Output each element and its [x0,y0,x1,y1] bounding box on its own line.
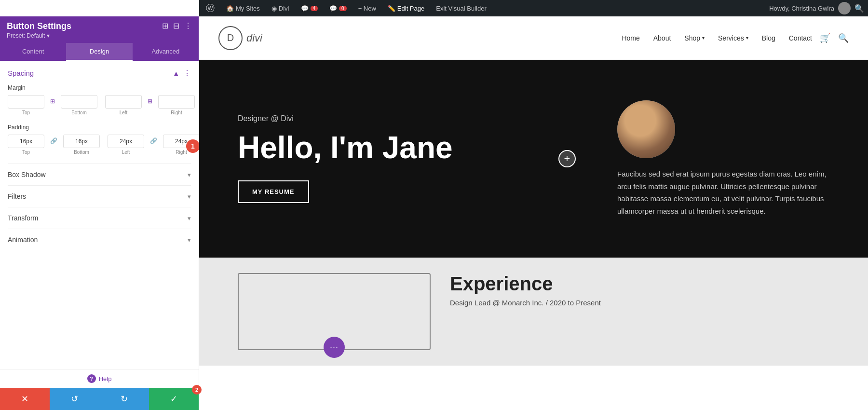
filters-header[interactable]: Filters ▾ [8,192,191,200]
search-icon[interactable]: 🔍 [854,4,864,13]
padding-inputs: Top 🔗 Bottom Left 🔗 [8,135,191,155]
nav-blog[interactable]: Blog [762,34,775,42]
search-nav-icon[interactable]: 🔍 [838,33,849,43]
edit-page-btn[interactable]: ✏️ Edit Page [385,0,427,16]
redo-button[interactable]: ↻ [99,388,149,410]
cart-icon[interactable]: 🛒 [820,33,830,43]
nav-home[interactable]: Home [622,34,639,42]
save-badge: 2 [192,385,202,395]
pencil-icon: ✏️ [388,5,395,12]
box-shadow-section: Box Shadow ▾ [8,164,191,185]
tab-content[interactable]: Content [0,43,66,61]
panel-preset[interactable]: Preset: Default ▾ [7,32,162,39]
divi-menu[interactable]: ◉ Divi [269,0,292,16]
padding-bottom-group: Bottom [63,135,100,155]
comments-zero[interactable]: 💬 0 [326,0,350,16]
divi-icon: ◉ [271,5,277,12]
panel-title: Button Settings [7,21,162,31]
cancel-button[interactable]: ✕ [0,388,50,410]
transform-title: Transform [8,214,38,222]
undo-button[interactable]: ↺ [50,388,99,410]
padding-bottom-label: Bottom [74,150,89,155]
wp-logo[interactable]: ⓦ [203,0,217,16]
margin-top-input[interactable] [8,95,44,109]
spacing-title: Spacing [8,69,34,77]
margin-left-input[interactable] [105,95,142,109]
wp-icon: ⓦ [206,2,215,14]
margin-label: Margin [8,84,191,91]
tab-design[interactable]: Design [66,43,132,61]
new-content-menu[interactable]: + New [355,0,379,16]
margin-bottom-input[interactable] [61,95,97,109]
comment-icon: 💬 [301,5,309,12]
padding-link-icon-2[interactable]: 🔗 [148,135,159,144]
exit-builder-btn[interactable]: Exit Visual Builder [433,0,489,16]
user-greeting: Howdy, Christina Gwira [769,5,834,12]
tab-advanced[interactable]: Advanced [133,43,199,61]
nav-services[interactable]: Services ▾ [718,34,748,42]
box-shadow-header[interactable]: Box Shadow ▾ [8,171,191,178]
nav-contact[interactable]: Contact [789,34,812,42]
spacing-menu-icon[interactable]: ⋮ [183,68,191,78]
experience-title: Experience [450,273,829,295]
expand-icon[interactable]: ⊞ [162,21,168,30]
settings-panel: Button Settings Preset: Default ▾ ⊞ ⊟ ⋮ … [0,16,199,410]
transform-section: Transform ▾ [8,207,191,229]
animation-header[interactable]: Animation ▾ [8,236,191,244]
help-icon: ? [87,374,96,383]
comments-menu[interactable]: 💬 4 [298,0,321,16]
floating-menu-dot[interactable]: ··· [324,337,345,358]
margin-link-icon-1[interactable]: ⊞ [48,95,57,105]
transform-chevron: ▾ [188,215,191,222]
nav-about[interactable]: About [653,34,671,42]
padding-link-icon-1[interactable]: 🔗 [48,135,59,144]
logo-circle: D [218,26,243,50]
site-logo: D divi [218,26,262,50]
margin-inputs: Top ⊞ Bottom Left ⊞ Right [8,95,191,115]
margin-right-input[interactable] [158,95,195,109]
admin-bar: ⓦ 🏠 My Sites ◉ Divi 💬 4 💬 0 + New ✏️ Edi… [199,0,868,16]
pending-comment-icon: 💬 [329,5,337,12]
padding-top-label: Top [22,150,30,155]
website-preview: D divi Home About Shop ▾ Services ▾ Blog… [199,16,868,410]
margin-top-group: Top [8,95,44,115]
nav-shop[interactable]: Shop ▾ [684,34,705,42]
margin-bottom-label: Bottom [71,110,87,115]
padding-bottom-input[interactable] [63,135,100,148]
margin-link-icon-2[interactable]: ⊞ [146,95,154,105]
comment-count: 4 [311,6,318,11]
save-button[interactable]: ✓ 2 [149,388,199,410]
add-element-button[interactable]: + [558,150,576,167]
my-sites-menu[interactable]: 🏠 My Sites [223,0,263,16]
avatar [617,100,675,158]
panel-tabs: Content Design Advanced [0,43,199,61]
margin-top-label: Top [22,110,30,115]
hero-subtitle: Designer @ Divi [238,114,617,123]
experience-content: Experience Design Lead @ Monarch Inc. / … [450,273,829,350]
main-container: Button Settings Preset: Default ▾ ⊞ ⊟ ⋮ … [0,16,868,410]
resume-button[interactable]: MY RESUME [238,180,309,203]
action-bar: ✕ ↺ ↻ ✓ 2 [0,388,199,410]
panel-footer: ? Help [0,369,199,388]
pending-count: 0 [339,6,347,11]
spacing-collapse-icon[interactable]: ▲ [173,69,179,77]
spacing-controls: ▲ ⋮ [173,68,191,78]
experience-section: ··· Experience Design Lead @ Monarch Inc… [199,258,868,366]
margin-bottom-group: Bottom [61,95,97,115]
padding-left-input[interactable] [108,135,144,148]
panel-content: Spacing ▲ ⋮ Margin Top ⊞ Botto [0,61,199,369]
padding-top-input[interactable] [8,135,44,148]
layout-icon[interactable]: ⊟ [173,21,179,30]
admin-bar-right: Howdy, Christina Gwira 🔍 [769,2,864,14]
margin-right-label: Right [171,110,182,115]
help-button[interactable]: ? Help [87,374,112,383]
box-shadow-title: Box Shadow [8,171,46,178]
padding-left-group: Left [108,135,144,155]
padding-top-group: Top [8,135,44,155]
animation-title: Animation [8,236,38,244]
spacing-badge: 1 [186,139,199,153]
more-options-icon[interactable]: ⋮ [184,21,192,30]
transform-header[interactable]: Transform ▾ [8,214,191,222]
home-icon: 🏠 [226,5,234,12]
filters-title: Filters [8,192,26,200]
